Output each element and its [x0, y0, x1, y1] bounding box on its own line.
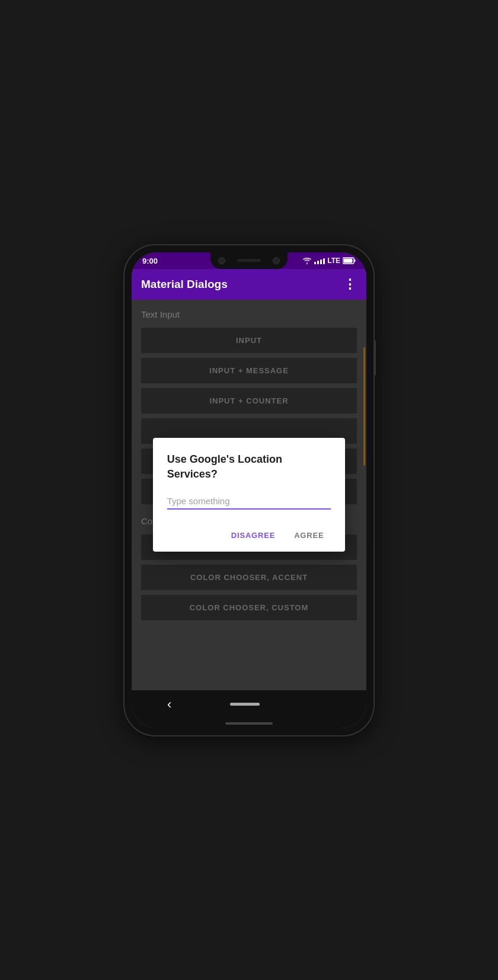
status-icons: LTE — [302, 257, 356, 265]
back-button[interactable]: ‹ — [167, 697, 171, 712]
side-button — [374, 340, 376, 376]
bottom-indicator — [132, 719, 366, 728]
front-camera — [218, 257, 225, 264]
btn-agree[interactable]: AGREE — [287, 526, 331, 545]
phone-frame: 9:00 LTE — [124, 245, 374, 735]
home-button[interactable] — [230, 703, 260, 706]
svg-rect-3 — [344, 258, 353, 262]
wifi-icon — [302, 257, 312, 264]
notch — [210, 252, 288, 269]
app-bar: Material Dialogs ⋮ — [132, 269, 366, 300]
svg-rect-2 — [355, 260, 356, 262]
btn-disagree[interactable]: DISAGREE — [224, 526, 282, 545]
nav-bar: ‹ — [132, 690, 366, 719]
modal-text-input[interactable] — [167, 494, 331, 510]
sensor — [273, 257, 280, 264]
bottom-pill — [225, 722, 273, 725]
svg-point-0 — [307, 263, 308, 264]
app-title: Material Dialogs — [141, 278, 228, 291]
menu-icon[interactable]: ⋮ — [343, 277, 357, 292]
modal-dialog: Use Google's Location Services? DISAGREE… — [153, 438, 346, 552]
modal-title: Use Google's Location Services? — [167, 452, 331, 482]
modal-actions: DISAGREE AGREE — [167, 521, 331, 545]
content-area: Text Input INPUT INPUT + MESSAGE INPUT +… — [132, 300, 366, 690]
speaker — [237, 259, 261, 262]
modal-overlay: Use Google's Location Services? DISAGREE… — [132, 300, 366, 690]
modal-input-wrap — [167, 494, 331, 510]
network-type: LTE — [327, 257, 340, 265]
battery-icon — [343, 257, 356, 264]
signal-icon — [314, 257, 325, 264]
status-time: 9:00 — [142, 255, 158, 265]
phone-screen: 9:00 LTE — [132, 252, 366, 728]
